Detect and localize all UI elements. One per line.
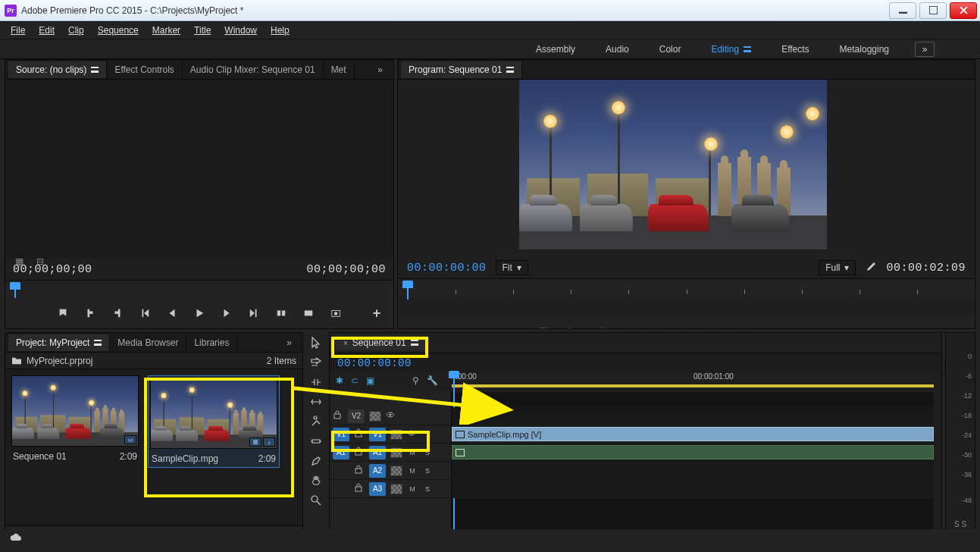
eye-icon[interactable]: [386, 410, 395, 422]
work-area-bar[interactable]: [452, 384, 934, 387]
solo-button[interactable]: S: [422, 447, 433, 458]
workspace-editing[interactable]: Editing: [706, 44, 756, 55]
toggle-output-icon[interactable]: [390, 484, 402, 494]
creative-cloud-icon[interactable]: [9, 533, 23, 544]
menu-window[interactable]: Window: [218, 23, 263, 38]
toggle-output-icon[interactable]: [369, 411, 381, 422]
media-browser-tab[interactable]: Media Browser: [110, 334, 186, 351]
zoom-tool[interactable]: [308, 493, 324, 508]
snap-icon[interactable]: ✱: [336, 375, 343, 386]
program-tab[interactable]: Program: Sequence 01: [401, 61, 522, 78]
project-item-sequence[interactable]: ▭ Sequence 012:09: [11, 375, 139, 463]
linked-selection-icon[interactable]: ⊂: [351, 375, 358, 386]
workspace-audio[interactable]: Audio: [601, 44, 634, 55]
workspace-color[interactable]: Color: [655, 44, 686, 55]
metadata-tab[interactable]: Met: [324, 61, 355, 78]
lift-button[interactable]: [765, 324, 781, 329]
solo-button[interactable]: S: [422, 484, 433, 494]
workspace-more-button[interactable]: »: [915, 42, 935, 57]
hamburger-icon[interactable]: [411, 340, 418, 346]
razor-tool[interactable]: [308, 414, 324, 429]
program-timecode-in[interactable]: 00:00:00:00: [407, 262, 487, 274]
menu-help[interactable]: Help: [265, 23, 296, 38]
hamburger-icon[interactable]: [94, 340, 102, 346]
export-frame-button[interactable]: [822, 324, 839, 329]
toggle-output-icon[interactable]: [390, 429, 402, 440]
solo-button[interactable]: S: [422, 466, 433, 476]
step-back-button[interactable]: [650, 324, 666, 329]
timeline-settings-icon[interactable]: ⚲: [412, 375, 419, 386]
step-back-button[interactable]: [164, 305, 180, 321]
go-to-out-button[interactable]: [736, 324, 753, 329]
hamburger-icon[interactable]: [91, 67, 99, 73]
track-lane-v1[interactable]: SampleClip.mpg [V]: [452, 425, 934, 444]
maximize-button[interactable]: [919, 2, 947, 19]
track-a3-label[interactable]: A3: [369, 482, 386, 496]
step-forward-button[interactable]: [707, 324, 724, 329]
track-v1-target-label[interactable]: V1: [369, 428, 386, 441]
step-forward-button[interactable]: [218, 305, 235, 321]
toggle-output-icon[interactable]: [390, 466, 402, 476]
settings-icon[interactable]: [865, 261, 877, 275]
program-time-ruler[interactable]: /*ticks added below manually*/: [398, 278, 975, 296]
button-editor-button[interactable]: +: [950, 323, 967, 329]
toggle-output-icon[interactable]: [390, 447, 402, 458]
audio-clip-mixer-tab[interactable]: Audio Clip Mixer: Sequence 01: [183, 61, 324, 78]
go-to-out-button[interactable]: [246, 305, 262, 321]
project-tab[interactable]: Project: MyProject: [8, 334, 110, 351]
minimize-button[interactable]: [889, 2, 916, 19]
resolution-select[interactable]: Full▾: [819, 260, 856, 275]
source-tab[interactable]: Source: (no clips): [8, 61, 107, 78]
timeline-tracks-area[interactable]: SampleClip.mpg [V]: [451, 392, 934, 547]
selection-tool[interactable]: [308, 335, 324, 350]
timeline-clip-audio[interactable]: [452, 445, 934, 459]
mark-in-button[interactable]: [82, 305, 99, 321]
add-marker-icon[interactable]: ▣: [366, 375, 374, 386]
lock-icon[interactable]: [354, 428, 365, 440]
track-a2-label[interactable]: A2: [369, 464, 386, 478]
menu-edit[interactable]: Edit: [33, 23, 61, 38]
lock-icon[interactable]: [333, 410, 343, 422]
export-frame-button[interactable]: [327, 305, 344, 321]
source-time-ruler[interactable]: [5, 280, 393, 298]
workspace-effects[interactable]: Effects: [777, 44, 813, 55]
ripple-edit-tool[interactable]: [308, 375, 324, 390]
add-marker-button[interactable]: [55, 305, 71, 321]
button-editor-button[interactable]: +: [368, 304, 386, 322]
track-select-tool[interactable]: [308, 355, 324, 370]
pen-tool[interactable]: [308, 453, 324, 469]
workspace-metalogging[interactable]: Metalogging: [835, 44, 894, 55]
mute-button[interactable]: M: [407, 466, 418, 476]
track-lane-a3[interactable]: [452, 480, 934, 498]
slip-tool[interactable]: [308, 434, 324, 449]
menu-title[interactable]: Title: [188, 23, 217, 38]
menu-marker[interactable]: Marker: [146, 23, 186, 38]
zoom-fit-select[interactable]: Fit▾: [496, 260, 528, 275]
menu-clip[interactable]: Clip: [62, 23, 90, 38]
lock-icon[interactable]: [354, 483, 365, 494]
track-v2-label[interactable]: V2: [348, 409, 365, 423]
menu-file[interactable]: File: [5, 23, 31, 38]
workspace-assembly[interactable]: Assembly: [531, 44, 580, 55]
eye-icon[interactable]: [407, 428, 416, 440]
go-to-in-button[interactable]: [136, 305, 153, 321]
track-v1-source-label[interactable]: V1: [333, 428, 349, 441]
track-a1-target-label[interactable]: A1: [369, 446, 386, 459]
track-lane-v2[interactable]: [452, 407, 934, 425]
effect-controls-tab[interactable]: Effect Controls: [107, 61, 182, 78]
project-items-grid[interactable]: ▭ Sequence 012:09 ▥♪ SampleClip.mpg2:09: [5, 369, 302, 525]
mute-button[interactable]: M: [407, 447, 418, 458]
mute-button[interactable]: M: [407, 484, 418, 494]
track-a1-source-label[interactable]: A1: [333, 446, 349, 459]
rate-stretch-tool[interactable]: [308, 394, 324, 409]
play-button[interactable]: [191, 305, 208, 321]
lock-icon[interactable]: [354, 465, 365, 476]
project-item-clip[interactable]: ▥♪ SampleClip.mpg2:09: [148, 375, 280, 468]
hamburger-icon[interactable]: [506, 67, 514, 73]
insert-button[interactable]: [273, 305, 290, 321]
timeline-timecode[interactable]: 00:00:00:00: [337, 357, 412, 369]
track-lane-a1[interactable]: [452, 444, 934, 462]
extract-button[interactable]: [794, 324, 810, 329]
mark-in-button[interactable]: [563, 324, 580, 329]
libraries-tab[interactable]: Libraries: [186, 334, 237, 351]
